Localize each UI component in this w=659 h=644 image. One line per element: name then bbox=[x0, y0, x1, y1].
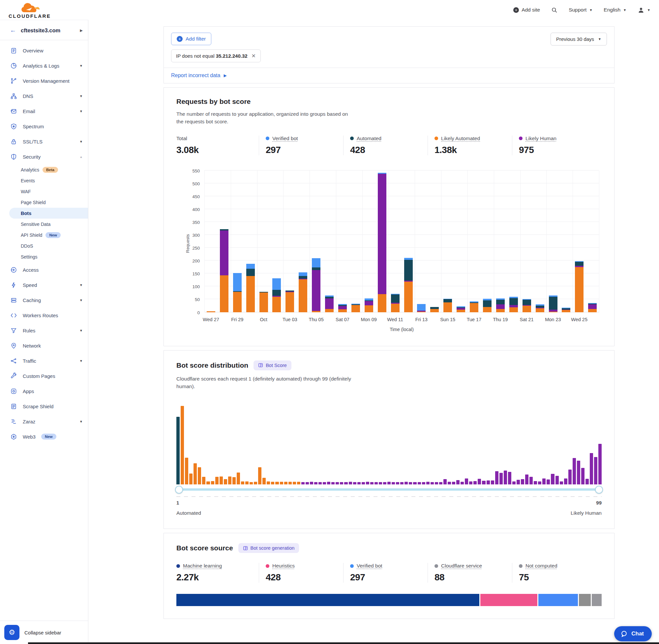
sidebar-subitem-events[interactable]: Events bbox=[0, 175, 88, 186]
source-segment-verified-bot[interactable] bbox=[538, 594, 578, 606]
source-segment-heuristics[interactable] bbox=[480, 594, 537, 606]
score-bar-49[interactable] bbox=[383, 482, 386, 484]
add-site-button[interactable]: + Add site bbox=[513, 7, 540, 13]
stacked-bar-day-8[interactable] bbox=[299, 272, 307, 312]
stacked-bar-day-16[interactable] bbox=[404, 258, 413, 312]
score-bar-97[interactable] bbox=[590, 453, 593, 484]
collapse-sidebar-button[interactable]: Collapse sidebar bbox=[24, 630, 61, 636]
score-bar-60[interactable] bbox=[430, 482, 434, 484]
stat-label[interactable]: Not computed bbox=[525, 563, 558, 569]
score-bar-53[interactable] bbox=[400, 482, 403, 484]
score-bar-16[interactable] bbox=[241, 481, 244, 484]
score-bar-38[interactable] bbox=[336, 482, 339, 484]
stacked-bar-day-15[interactable] bbox=[391, 294, 400, 312]
chat-button[interactable]: Chat bbox=[614, 626, 652, 641]
score-bar-4[interactable] bbox=[189, 474, 192, 484]
sidebar-item-rules[interactable]: Rules▼ bbox=[0, 323, 88, 338]
slider-handle-min[interactable] bbox=[175, 486, 183, 493]
score-bar-13[interactable] bbox=[228, 477, 231, 484]
stacked-bar-day-9[interactable] bbox=[312, 258, 321, 312]
score-bar-20[interactable] bbox=[258, 467, 261, 484]
search-button[interactable] bbox=[551, 7, 558, 13]
sidebar-item-access[interactable]: Access bbox=[0, 262, 88, 277]
score-bar-28[interactable] bbox=[293, 482, 296, 484]
stacked-bar-day-19[interactable] bbox=[443, 299, 452, 312]
stacked-bar-day-13[interactable] bbox=[364, 298, 373, 312]
sidebar-subitem-page-shield[interactable]: Page Shield bbox=[0, 197, 88, 208]
stacked-bar-day-1[interactable] bbox=[207, 311, 215, 312]
score-bar-37[interactable] bbox=[331, 482, 335, 484]
score-bar-51[interactable] bbox=[392, 482, 395, 484]
sidebar-item-apps[interactable]: Apps bbox=[0, 384, 88, 399]
score-bar-31[interactable] bbox=[306, 482, 309, 484]
score-bar-56[interactable] bbox=[413, 482, 416, 484]
sidebar-item-web3[interactable]: Web3New bbox=[0, 429, 88, 444]
score-bar-92[interactable] bbox=[568, 469, 572, 484]
stat-label[interactable]: Cloudflare service bbox=[441, 563, 482, 569]
score-bar-10[interactable] bbox=[215, 477, 218, 484]
stat-label[interactable]: Machine learning bbox=[183, 563, 222, 569]
score-bar-19[interactable] bbox=[254, 482, 257, 484]
score-bar-17[interactable] bbox=[245, 481, 249, 484]
score-bar-42[interactable] bbox=[353, 482, 356, 484]
score-bar-39[interactable] bbox=[340, 482, 343, 484]
score-bar-72[interactable] bbox=[482, 481, 485, 484]
score-bar-46[interactable] bbox=[370, 482, 374, 484]
sidebar-subitem-analytics[interactable]: AnalyticsBeta bbox=[0, 164, 88, 175]
score-bar-63[interactable] bbox=[443, 479, 447, 484]
support-menu[interactable]: Support ▼ bbox=[569, 7, 592, 13]
score-bar-7[interactable] bbox=[202, 477, 205, 484]
score-bar-69[interactable] bbox=[469, 481, 472, 484]
stacked-bar-day-21[interactable] bbox=[470, 301, 478, 312]
score-bar-40[interactable] bbox=[344, 482, 348, 484]
score-bar-2[interactable] bbox=[181, 406, 184, 484]
score-bar-61[interactable] bbox=[435, 482, 438, 484]
stat-label[interactable]: Automated bbox=[357, 136, 381, 141]
score-bar-11[interactable] bbox=[219, 477, 223, 484]
score-bar-89[interactable] bbox=[556, 476, 559, 484]
score-bar-9[interactable] bbox=[211, 481, 214, 484]
score-bar-67[interactable] bbox=[461, 482, 464, 484]
settings-gear-button[interactable]: ⚙ bbox=[4, 625, 20, 640]
stat-label[interactable]: Heuristics bbox=[272, 563, 295, 569]
sidebar-subitem-ddos[interactable]: DDoS bbox=[0, 240, 88, 251]
sidebar-item-email[interactable]: Email▼ bbox=[0, 104, 88, 119]
score-bar-99[interactable] bbox=[598, 444, 602, 484]
stacked-bar-day-5[interactable] bbox=[259, 292, 268, 312]
score-bar-78[interactable] bbox=[508, 472, 511, 484]
score-bar-93[interactable] bbox=[573, 458, 576, 484]
score-bar-41[interactable] bbox=[349, 482, 352, 484]
score-bar-36[interactable] bbox=[327, 482, 330, 484]
score-bar-24[interactable] bbox=[275, 482, 279, 484]
score-bar-81[interactable] bbox=[521, 479, 524, 484]
sidebar-subitem-api-shield[interactable]: API ShieldNew bbox=[0, 230, 88, 240]
score-bar-44[interactable] bbox=[362, 482, 365, 484]
score-bar-71[interactable] bbox=[478, 479, 481, 484]
score-bar-91[interactable] bbox=[564, 479, 567, 484]
sidebar-item-zaraz[interactable]: Zaraz▼ bbox=[0, 414, 88, 429]
score-bar-77[interactable] bbox=[504, 470, 507, 484]
cloudflare-logo[interactable]: CLOUDFLARE bbox=[8, 3, 51, 19]
sidebar-item-custom-pages[interactable]: Custom Pages bbox=[0, 368, 88, 384]
sidebar-subitem-sensitive-data[interactable]: Sensitive Data bbox=[0, 218, 88, 230]
score-bar-8[interactable] bbox=[206, 481, 210, 484]
bot-score-generation-badge[interactable]: Bot score generation bbox=[238, 543, 299, 553]
score-bar-68[interactable] bbox=[465, 479, 468, 484]
score-bar-33[interactable] bbox=[314, 482, 317, 484]
sidebar-subitem-bots[interactable]: Bots bbox=[9, 208, 88, 218]
score-bar-70[interactable] bbox=[473, 481, 477, 484]
stacked-bar-day-23[interactable] bbox=[496, 298, 505, 312]
stacked-bar-day-3[interactable] bbox=[233, 273, 242, 312]
stacked-bar-day-18[interactable] bbox=[430, 307, 439, 312]
score-bar-18[interactable] bbox=[250, 482, 253, 484]
add-filter-button[interactable]: + Add filter bbox=[171, 33, 211, 45]
score-bar-74[interactable] bbox=[491, 480, 494, 484]
score-bar-90[interactable] bbox=[560, 481, 563, 484]
back-arrow-icon[interactable]: ← bbox=[10, 27, 16, 34]
score-bar-32[interactable] bbox=[310, 482, 313, 484]
score-bar-12[interactable] bbox=[224, 479, 227, 484]
score-bar-30[interactable] bbox=[301, 482, 305, 484]
score-bar-73[interactable] bbox=[487, 480, 490, 484]
score-bar-45[interactable] bbox=[366, 482, 369, 484]
score-bar-87[interactable] bbox=[547, 480, 550, 484]
